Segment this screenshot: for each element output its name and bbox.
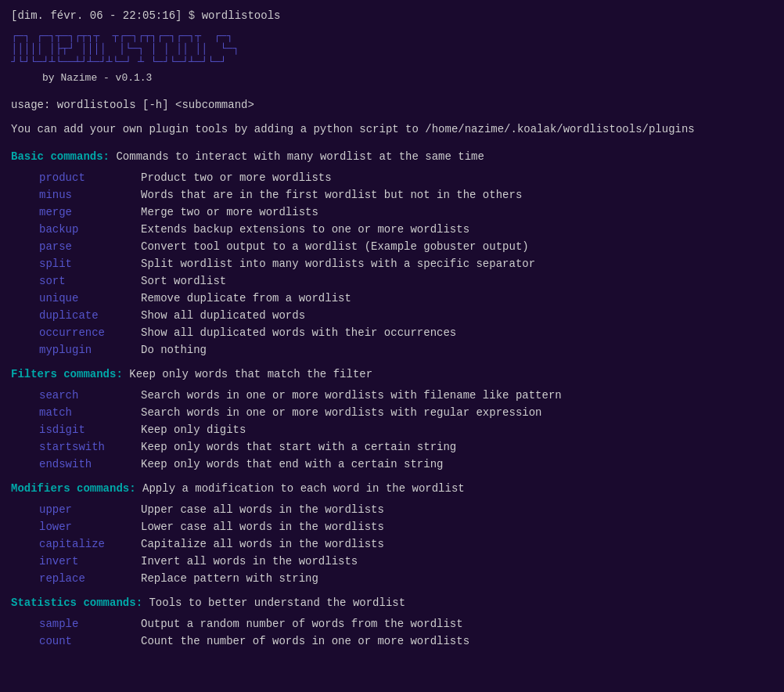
- cmd-name-lower: lower: [39, 519, 141, 535]
- section-1: Filters commands: Keep only words that m…: [11, 366, 773, 473]
- cmd-desc-upper: Upper case all words in the wordlists: [141, 502, 384, 518]
- cmd-desc-replace: Replace pattern with string: [141, 571, 318, 587]
- cmd-name-myplugin: myplugin: [39, 342, 141, 359]
- command-row-0-0: productProduct two or more wordlists: [11, 170, 773, 186]
- cmd-desc-match: Search words in one or more wordlists wi…: [141, 405, 541, 421]
- cmd-name-occurrence: occurrence: [39, 325, 141, 341]
- cmd-desc-backup: Extends backup extensions to one or more…: [141, 222, 469, 238]
- command-row-2-4: replaceReplace pattern with string: [11, 571, 773, 587]
- command-row-2-1: lowerLower case all words in the wordlis…: [11, 519, 773, 535]
- cmd-desc-myplugin: Do nothing: [141, 342, 207, 359]
- section-desc-0: Commands to interact with many wordlist …: [110, 150, 484, 163]
- section-header-3: Statistics commands: Tools to better und…: [11, 595, 773, 611]
- cmd-name-backup: backup: [39, 222, 141, 238]
- section-label-3: Statistics commands:: [11, 596, 142, 609]
- cmd-desc-sort: Sort wordlist: [141, 273, 226, 290]
- command-row-0-2: mergeMerge two or more wordlists: [11, 204, 773, 221]
- command-row-0-8: duplicateShow all duplicated words: [11, 308, 773, 324]
- command-row-3-0: sampleOutput a random number of words fr…: [11, 616, 773, 633]
- prompt-line: [dim. févr. 06 - 22:05:16] $ wordlistool…: [11, 8, 773, 24]
- cmd-desc-endswith: Keep only words that end with a certain …: [141, 456, 443, 473]
- command-row-1-4: endswithKeep only words that end with a …: [11, 456, 773, 473]
- section-3: Statistics commands: Tools to better und…: [11, 595, 773, 650]
- cmd-name-sample: sample: [39, 616, 141, 633]
- command-row-0-7: uniqueRemove duplicate from a wordlist: [11, 290, 773, 307]
- prompt-command: wordlistools: [202, 9, 281, 22]
- cmd-desc-occurrence: Show all duplicated words with their occ…: [141, 325, 456, 341]
- command-row-1-1: matchSearch words in one or more wordlis…: [11, 405, 773, 421]
- cmd-desc-isdigit: Keep only digits: [141, 422, 246, 438]
- cmd-desc-minus: Words that are in the first wordlist but…: [141, 187, 522, 204]
- cmd-desc-split: Split wordlist into many wordlists with …: [141, 256, 535, 272]
- cmd-desc-invert: Invert all words in the wordlists: [141, 553, 358, 570]
- cmd-name-minus: minus: [39, 187, 141, 204]
- command-row-1-2: isdigitKeep only digits: [11, 422, 773, 438]
- command-row-0-1: minusWords that are in the first wordlis…: [11, 187, 773, 204]
- cmd-name-startswith: startswith: [39, 439, 141, 456]
- cmd-desc-product: Product two or more wordlists: [141, 170, 332, 186]
- cmd-name-split: split: [39, 256, 141, 272]
- cmd-name-count: count: [39, 633, 141, 650]
- command-row-0-10: mypluginDo nothing: [11, 342, 773, 359]
- cmd-desc-count: Count the number of words in one or more…: [141, 633, 469, 650]
- plugin-line: You can add your own plugin tools by add…: [11, 121, 773, 138]
- cmd-name-sort: sort: [39, 273, 141, 290]
- section-header-2: Modifiers commands: Apply a modification…: [11, 481, 773, 497]
- command-row-0-5: splitSplit wordlist into many wordlists …: [11, 256, 773, 272]
- command-row-0-6: sortSort wordlist: [11, 273, 773, 290]
- section-desc-3: Tools to better understand the wordlist: [142, 596, 405, 609]
- cmd-desc-merge: Merge two or more wordlists: [141, 204, 318, 221]
- prompt-dollar: $: [189, 9, 202, 22]
- cmd-name-unique: unique: [39, 290, 141, 307]
- section-label-1: Filters commands:: [11, 368, 123, 380]
- section-header-1: Filters commands: Keep only words that m…: [11, 366, 773, 383]
- cmd-name-parse: parse: [39, 239, 141, 255]
- command-row-3-1: countCount the number of words in one or…: [11, 633, 773, 650]
- cmd-desc-parse: Convert tool output to a wordlist (Examp…: [141, 239, 529, 255]
- section-header-0: Basic commands: Commands to interact wit…: [11, 149, 773, 165]
- cmd-name-merge: merge: [39, 204, 141, 221]
- cmd-name-replace: replace: [39, 571, 141, 587]
- cmd-desc-lower: Lower case all words in the wordlists: [141, 519, 384, 535]
- section-2: Modifiers commands: Apply a modification…: [11, 481, 773, 587]
- cmd-name-capitalize: capitalize: [39, 536, 141, 553]
- section-label-2: Modifiers commands:: [11, 482, 136, 495]
- command-row-2-2: capitalizeCapitalize all words in the wo…: [11, 536, 773, 553]
- cmd-desc-unique: Remove duplicate from a wordlist: [141, 290, 351, 307]
- section-desc-2: Apply a modification to each word in the…: [136, 482, 465, 495]
- command-row-0-4: parseConvert tool output to a wordlist (…: [11, 239, 773, 255]
- cmd-desc-duplicate: Show all duplicated words: [141, 308, 305, 324]
- cmd-name-invert: invert: [39, 553, 141, 570]
- cmd-name-product: product: [39, 170, 141, 186]
- by-line: by Nazime - v0.1.3: [42, 70, 773, 86]
- command-row-1-3: startswithKeep only words that start wit…: [11, 439, 773, 456]
- cmd-name-endswith: endswith: [39, 456, 141, 473]
- cmd-desc-search: Search words in one or more wordlists wi…: [141, 387, 562, 404]
- command-row-0-3: backupExtends backup extensions to one o…: [11, 222, 773, 238]
- cmd-name-duplicate: duplicate: [39, 308, 141, 324]
- cmd-name-upper: upper: [39, 502, 141, 518]
- section-0: Basic commands: Commands to interact wit…: [11, 149, 773, 359]
- cmd-desc-startswith: Keep only words that start with a certai…: [141, 439, 456, 456]
- sections-container: Basic commands: Commands to interact wit…: [11, 149, 773, 650]
- section-desc-1: Keep only words that match the filter: [123, 368, 372, 380]
- usage-line: usage: wordlistools [-h] <subcommand>: [11, 97, 773, 114]
- cmd-name-match: match: [39, 405, 141, 421]
- ascii-art-logo-real: ┌─┐ ┌─┐┬─┐┌┬┐┬ ┬┌─┐┌┬┐┌─┐┌─┐┬ ┌─┐ │││││ …: [11, 31, 773, 69]
- command-row-2-3: invertInvert all words in the wordlists: [11, 553, 773, 570]
- section-label-0: Basic commands:: [11, 150, 110, 163]
- cmd-name-isdigit: isdigit: [39, 422, 141, 438]
- cmd-desc-capitalize: Capitalize all words in the wordlists: [141, 536, 384, 553]
- prompt-bracket: [dim. févr. 06 - 22:05:16]: [11, 9, 182, 22]
- command-row-2-0: upperUpper case all words in the wordlis…: [11, 502, 773, 518]
- command-row-0-9: occurrenceShow all duplicated words with…: [11, 325, 773, 341]
- command-row-1-0: searchSearch words in one or more wordli…: [11, 387, 773, 404]
- cmd-name-search: search: [39, 387, 141, 404]
- cmd-desc-sample: Output a random number of words from the…: [141, 616, 463, 633]
